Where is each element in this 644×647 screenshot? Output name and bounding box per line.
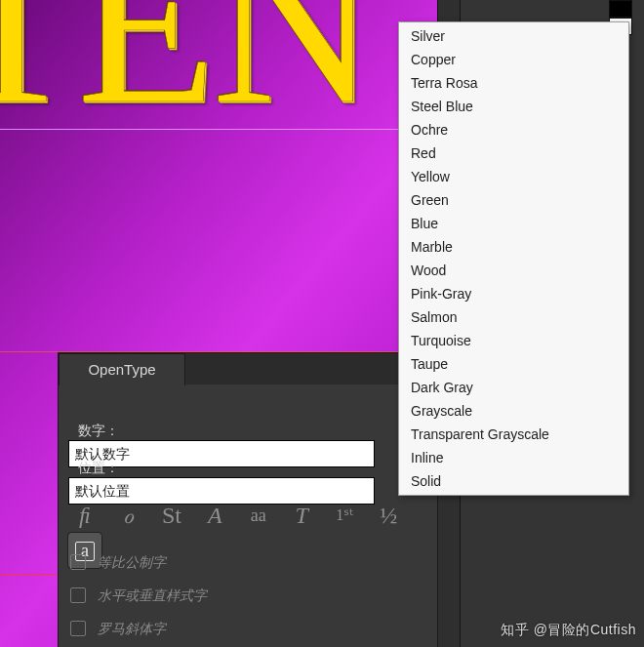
check-hv-style-label: 水平或垂直样式字 (98, 587, 207, 603)
dropdown-item[interactable]: Salmon (399, 305, 628, 329)
dropdown-item[interactable]: Pink-Gray (399, 282, 628, 305)
check-tabular-label: 等比公制字 (98, 554, 166, 570)
fraction-icon[interactable]: ½ (372, 498, 405, 533)
swatch-black[interactable] (609, 0, 632, 18)
check-tabular-row[interactable]: 等比公制字 (70, 548, 427, 576)
tab-opentype[interactable]: OpenType (59, 353, 185, 385)
dropdown-item[interactable]: Ochre (399, 118, 628, 142)
dropdown-item[interactable]: Grayscale (399, 399, 628, 423)
row-position: 位置： 默认位置 (68, 459, 427, 488)
dropdown-item[interactable]: Solid (399, 469, 628, 493)
contextual-icon[interactable]: aa (242, 498, 275, 533)
dropdown-item[interactable]: Terra Rosa (399, 71, 628, 95)
label-position: 位置： (68, 460, 119, 477)
dropdown-item[interactable]: Inline (399, 446, 628, 469)
checkbox-icon (70, 621, 86, 636)
material-dropdown[interactable]: Silver Copper Terra Rosa Steel Blue Ochr… (398, 21, 629, 496)
watermark-text: 知乎 @冒险的Cutfish (501, 622, 636, 639)
check-roman-italic-row[interactable]: 罗马斜体字 (70, 615, 427, 642)
row-figure-style: 数字： 默认数字 (68, 422, 427, 451)
opentype-panel: OpenType 数字： 默认数字 位置： 默认位置 ﬁ ℴ St A aa T… (59, 353, 437, 647)
dropdown-item[interactable]: Transparent Grayscale (399, 423, 628, 446)
opentype-icon-bar: ﬁ ℴ St A aa T 1ˢᵗ ½ a (68, 498, 437, 541)
ordinal-icon[interactable]: 1ˢᵗ (329, 498, 362, 533)
swash-icon[interactable]: ℴ (111, 498, 144, 533)
dropdown-item[interactable]: Turquoise (399, 329, 628, 352)
check-hv-style-row[interactable]: 水平或垂直样式字 (70, 582, 427, 609)
dropdown-item[interactable]: Red (399, 142, 628, 165)
checkbox-icon (70, 554, 86, 570)
dropdown-item[interactable]: Blue (399, 212, 628, 235)
checkbox-icon (70, 587, 86, 603)
dropdown-item[interactable]: Green (399, 188, 628, 212)
smallcaps-icon[interactable]: T (285, 498, 318, 533)
titling-icon[interactable]: A (198, 498, 231, 533)
ligature-icon[interactable]: ﬁ (68, 498, 101, 533)
guide-line (0, 351, 437, 352)
dropdown-item[interactable]: Wood (399, 259, 628, 282)
baseline-guide (0, 129, 437, 130)
check-roman-italic-label: 罗马斜体字 (98, 621, 166, 636)
label-figure: 数字： (68, 423, 119, 440)
artwork-text: TEN (0, 0, 373, 156)
dropdown-item[interactable]: Taupe (399, 352, 628, 376)
dropdown-item[interactable]: Yellow (399, 165, 628, 188)
dropdown-item[interactable]: Marble (399, 235, 628, 259)
dropdown-item[interactable]: Silver (399, 24, 628, 48)
stylistic-icon[interactable]: St (155, 498, 188, 533)
dropdown-item[interactable]: Steel Blue (399, 95, 628, 118)
dropdown-item[interactable]: Dark Gray (399, 376, 628, 399)
dropdown-item[interactable]: Copper (399, 48, 628, 71)
